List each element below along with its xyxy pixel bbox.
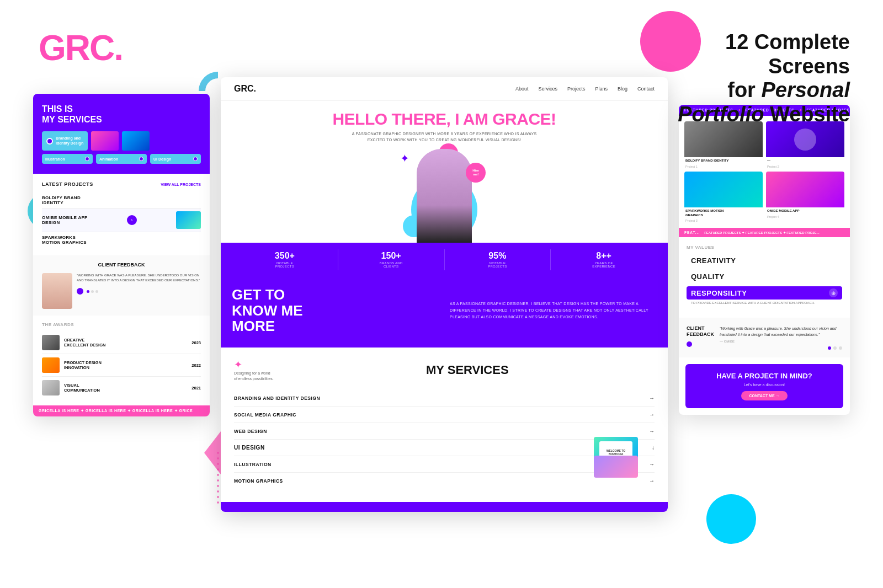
- ls-card-dot-1: [85, 157, 89, 161]
- rs-cta-sub: Let's have a discussion!: [694, 383, 834, 387]
- rs-project-sub-4: Project 4: [766, 215, 844, 218]
- ls-bottom-banner: GRICELLA IS HERE ✦ GRICELLA IS HERE ✦ GR…: [33, 405, 210, 416]
- cs-service-name-5: ILLUSTRATION: [234, 462, 272, 467]
- rs-cta-button[interactable]: Contact me →: [741, 391, 787, 400]
- cs-service-row-3: WEB DESIGN →: [234, 423, 655, 440]
- rs-project-label-1: BOLDIFY BRAND IDENTITY: [684, 157, 763, 165]
- rs-feedback-right: "Working with Grace was a pleasure. She …: [720, 325, 842, 350]
- ls-award-item-2: PRODUCT DESIGNINNOVATION 2022: [42, 354, 201, 377]
- ls-award-year-2: 2022: [192, 363, 201, 368]
- ls-projects-link[interactable]: VIEW ALL PROJECTS: [161, 183, 201, 186]
- screen-left: THIS ISMY SERVICES Branding andIdentity …: [33, 94, 210, 416]
- ls-feedback-title: CLIENT FEEDBACK: [42, 262, 201, 268]
- cs-service-name-3: WEB DESIGN: [234, 429, 267, 434]
- cs-service-row-5: ILLUSTRATION →: [234, 456, 655, 473]
- screens-container: THIS ISMY SERVICES Branding andIdentity …: [33, 77, 850, 566]
- ls-card-small-2: Animation: [96, 154, 147, 164]
- rs-nav-dot-1[interactable]: [828, 346, 831, 350]
- rs-project-card-1[interactable]: BOLDIFY BRAND IDENTITY Project 1: [684, 121, 763, 168]
- cs-services-star: ✦: [234, 359, 274, 371]
- cs-nav-blog[interactable]: Blog: [618, 86, 627, 92]
- cs-service-row-6: MOTION GRAPHICS →: [234, 473, 655, 489]
- rs-feedback-label: CLIENTFEEDBACK: [687, 325, 714, 338]
- rs-project-sub-1: Project 1: [684, 165, 763, 168]
- cs-service-name-2: SOCIAL MEDIA GRAPHIC: [234, 412, 296, 418]
- rs-nav-dot-2[interactable]: [833, 346, 837, 350]
- ls-award-info-1: CREATIVEEXCELLENT DESIGN: [64, 338, 187, 348]
- cs-nav-services[interactable]: Services: [538, 86, 557, 92]
- ls-project-item-1[interactable]: BOLDIFY BRANDIDENTITY: [42, 193, 201, 209]
- rs-value-label-3[interactable]: RESPONSILITY ⊕: [687, 286, 842, 300]
- ls-service-card-1: Branding andIdentity Design: [42, 131, 88, 151]
- ls-card-small-3: UI Design: [150, 154, 201, 164]
- ls-card-small-1: Illustration: [42, 154, 93, 164]
- rs-feedback-nav: [720, 346, 842, 350]
- cs-about-text: AS A PASSIONATE GRAPHIC DESIGNER, I BELI…: [450, 301, 657, 320]
- ls-feedback-text: "WORKING WITH GRACE WAS A PLEASURE. SHE …: [77, 273, 201, 283]
- ls-project-img: [176, 211, 201, 229]
- rs-cta-title: HAVE A PROJECT IN MIND?: [694, 372, 834, 381]
- cs-about-heading: GET TOKNOW MEMORE: [232, 287, 439, 334]
- ls-service-card-img-1: [91, 131, 119, 151]
- ls-award-info-3: VISUALCOMMUNICATION: [64, 383, 187, 393]
- rs-project-card-3[interactable]: SPARKWORKS MOTIONGRAPHICS Project 3: [684, 172, 763, 223]
- ls-award-year-3: 2021: [192, 386, 201, 391]
- ls-project-item-2[interactable]: OMIBE MOBILE APPDESIGN ›: [42, 209, 201, 232]
- ls-project-name-2: OMIBE MOBILE APPDESIGN: [42, 215, 88, 225]
- ls-nav-dot-1[interactable]: [87, 290, 89, 293]
- cs-hero-subtitle: A PASSIONATE GRAPHIC DESIGNER WITH MORE …: [350, 131, 538, 143]
- ls-award-name-3: VISUALCOMMUNICATION: [64, 383, 187, 393]
- cs-hero-title: HELLO THERE, I AM GRACE!: [232, 110, 657, 128]
- rs-value-item-2: QUALITY: [687, 270, 842, 283]
- cs-stat-num-3: 95%: [449, 252, 546, 260]
- ls-award-year-1: 2023: [192, 340, 201, 345]
- rs-featured-banner-2: FEAT... FEATURED PROJECTS ✦ FEATURED PRO…: [679, 228, 850, 237]
- ls-award-img-1: [42, 335, 60, 350]
- cs-stat-4: 8++ Years ofExperience: [551, 249, 657, 270]
- ls-awards-section: THE AWARDS CREATIVEEXCELLENT DESIGN 2023…: [33, 316, 210, 405]
- rs-nav-dot-3[interactable]: [839, 346, 842, 350]
- logo-area: GRC.: [39, 30, 123, 66]
- cs-stat-num-1: 350+: [236, 252, 333, 260]
- ls-award-name-2: PRODUCT DESIGNINNOVATION: [64, 360, 187, 370]
- cs-services-main-title: MY SERVICES: [280, 363, 655, 377]
- cs-stat-label-4: Years ofExperience: [555, 261, 652, 268]
- cs-services-header: ✦ Designing for a worldof endless possib…: [234, 359, 655, 382]
- headline-line3: for: [727, 78, 756, 101]
- screen-right: FEATURED PROJECTS ✦ FEATURED PROJECTS ✦ …: [679, 105, 850, 415]
- ls-projects-header: LATEST PROJECTS VIEW ALL PROJECTS: [42, 181, 201, 187]
- cs-person-body: [417, 149, 472, 243]
- cs-service-name-6: MOTION GRAPHICS: [234, 478, 283, 484]
- ls-nav-dot-3[interactable]: [95, 290, 98, 293]
- rs-value-expand[interactable]: ⊕: [829, 288, 838, 297]
- rs-projects-grid: BOLDIFY BRAND IDENTITY Project 1 — Proje…: [679, 116, 850, 228]
- cs-nav-about[interactable]: About: [515, 86, 529, 92]
- rs-project-card-4[interactable]: OMIBE MOBILE APP Project 4: [766, 172, 844, 223]
- rs-value-label-2: QUALITY: [687, 270, 842, 283]
- ls-award-name-1: CREATIVEEXCELLENT DESIGN: [64, 338, 187, 348]
- rs-project-card-2[interactable]: — Project 2: [766, 121, 844, 168]
- rs-cta-section: HAVE A PROJECT IN MIND? Let's have a dis…: [685, 364, 843, 408]
- headline-area: 12 Complete Screens for Personal Portfol…: [662, 30, 850, 127]
- rs-values-title: MY VALUES: [687, 245, 842, 250]
- ls-awards-title: THE AWARDS: [42, 322, 201, 327]
- rs-value-sub-3: TO PROVIDE EXCELLENT SERVICE WITH A CLIE…: [687, 300, 842, 306]
- ls-project-name-3: SPARKWORKSMOTION GRAPHICS: [42, 235, 87, 245]
- rs-project-label-3: SPARKWORKS MOTIONGRAPHICS: [684, 207, 763, 220]
- ls-project-arrow[interactable]: ›: [127, 215, 137, 225]
- rs-banner-text-5: FEATURED PROJECTS ✦ FEATURED PROJECTS ✦ …: [704, 231, 819, 234]
- ls-nav-dot-2[interactable]: [91, 290, 94, 293]
- cs-nav-contact[interactable]: Contact: [637, 86, 655, 92]
- cs-service-name-4: UI DESIGN: [234, 445, 265, 451]
- headline-text: 12 Complete Screens for Personal Portfol…: [662, 30, 850, 127]
- cs-hire-badge[interactable]: Hireme!: [466, 163, 486, 183]
- cs-nav-projects[interactable]: Projects: [567, 86, 586, 92]
- cs-stat-label-2: Brands andClients: [343, 261, 440, 268]
- rs-project-img-3: [684, 172, 763, 207]
- ls-card-small-label-2: Animation: [99, 157, 118, 161]
- cs-service-arrow-3: →: [649, 428, 655, 434]
- cs-nav-plans[interactable]: Plans: [595, 86, 608, 92]
- ls-project-item-3[interactable]: SPARKWORKSMOTION GRAPHICS: [42, 232, 201, 248]
- rs-project-label-4: OMIBE MOBILE APP: [766, 207, 844, 215]
- cs-stat-label-3: NotableProjects: [449, 261, 546, 268]
